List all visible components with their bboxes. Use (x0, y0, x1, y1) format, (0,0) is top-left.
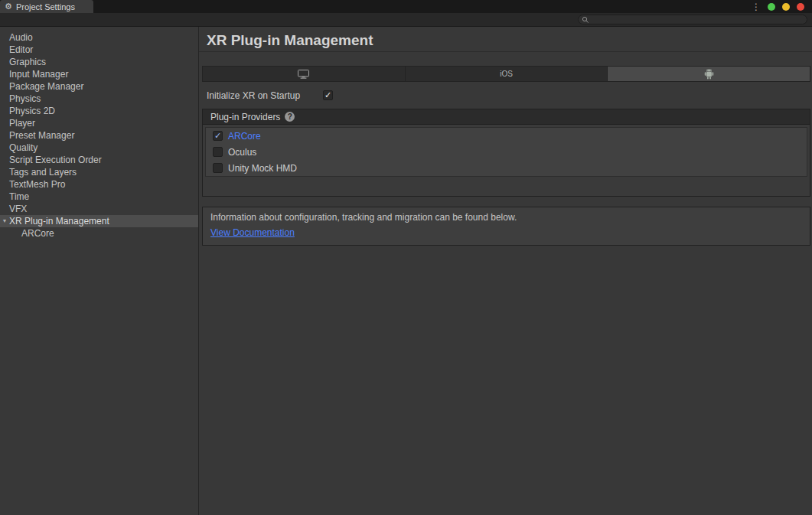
plug-in-providers-title: Plug-in Providers (210, 112, 280, 122)
window-control-yellow[interactable] (782, 3, 790, 11)
sidebar-item-label: Preset Manager (9, 130, 74, 141)
sidebar-item-graphics[interactable]: Graphics (0, 56, 198, 68)
page-title: XR Plug-in Management (207, 31, 804, 50)
plug-in-providers-box: Plug-in Providers ? ✓ ARCore ✓ Ocul (202, 109, 810, 197)
help-icon[interactable]: ? (285, 112, 295, 122)
search-icon (582, 16, 589, 24)
tab-desktop[interactable] (203, 67, 406, 81)
tab-ios-label: iOS (500, 70, 513, 78)
sidebar-item-label: Physics (9, 93, 41, 104)
unity-mock-hmd-checkbox[interactable]: ✓ (213, 163, 223, 173)
body: Audio Editor Graphics Input Manager Pack… (0, 27, 812, 515)
sidebar-item-label: ARCore (21, 228, 54, 239)
provider-label-oculus: Oculus (228, 147, 256, 158)
sidebar-item-time[interactable]: Time (0, 191, 198, 203)
toolbar (0, 13, 812, 27)
sidebar-item-quality[interactable]: Quality (0, 142, 198, 154)
expander-triangle-icon[interactable]: ▼ (1, 215, 8, 227)
sidebar-item-preset-manager[interactable]: Preset Manager (0, 129, 198, 142)
sidebar-item-package-manager[interactable]: Package Manager (0, 80, 198, 93)
sidebar-item-input-manager[interactable]: Input Manager (0, 68, 198, 80)
sidebar-item-label: Tags and Layers (9, 167, 77, 178)
initialize-xr-row: Initialize XR on Startup ✓ (207, 89, 812, 102)
window-tab-title: Project Settings (16, 2, 75, 11)
checkmark-icon: ✓ (324, 91, 331, 99)
sidebar-item-label: VFX (9, 204, 27, 214)
settings-sidebar: Audio Editor Graphics Input Manager Pack… (0, 27, 199, 515)
oculus-checkbox[interactable]: ✓ (213, 147, 223, 157)
provider-row-arcore[interactable]: ✓ ARCore (206, 128, 807, 144)
sidebar-item-label: Audio (9, 32, 33, 43)
sidebar-item-label: Player (9, 118, 35, 129)
sidebar-item-textmesh-pro[interactable]: TextMesh Pro (0, 178, 198, 191)
sidebar-item-label: Time (9, 191, 29, 202)
tab-android[interactable] (608, 67, 810, 81)
sidebar-item-editor[interactable]: Editor (0, 44, 198, 56)
sidebar-item-physics[interactable]: Physics (0, 93, 198, 105)
monitor-icon (298, 70, 309, 79)
window-controls: ⋮ (752, 0, 804, 13)
sidebar-item-label: Package Manager (9, 81, 83, 92)
content-header: XR Plug-in Management (199, 27, 812, 52)
sidebar-item-arcore[interactable]: ARCore (0, 227, 198, 240)
sidebar-item-vfx[interactable]: VFX (0, 203, 198, 215)
gear-icon: ⚙ (5, 2, 12, 11)
info-text: Information about configuration, trackin… (210, 212, 802, 223)
initialize-xr-label: Initialize XR on Startup (207, 90, 323, 101)
sidebar-item-label: Editor (9, 44, 33, 55)
provider-row-unity-mock-hmd[interactable]: ✓ Unity Mock HMD (206, 160, 807, 176)
tab-ios[interactable]: iOS (406, 67, 608, 81)
sidebar-item-label: Graphics (9, 57, 46, 67)
sidebar-item-xr-plug-in-management[interactable]: ▼ XR Plug-in Management (0, 215, 198, 227)
android-icon (704, 69, 714, 80)
provider-label-arcore: ARCore (228, 131, 261, 142)
provider-row-oculus[interactable]: ✓ Oculus (206, 144, 807, 160)
kebab-menu-icon[interactable]: ⋮ (752, 2, 761, 11)
sidebar-item-tags-and-layers[interactable]: Tags and Layers (0, 166, 198, 178)
sidebar-item-player[interactable]: Player (0, 117, 198, 129)
project-settings-window: ⚙ Project Settings ⋮ Audio Editor Graphi… (0, 0, 812, 515)
search-input[interactable] (592, 15, 802, 24)
info-box: Information about configuration, trackin… (202, 207, 810, 246)
view-documentation-link[interactable]: View Documentation (210, 227, 295, 238)
sidebar-item-script-execution-order[interactable]: Script Execution Order (0, 154, 198, 166)
sidebar-item-label: TextMesh Pro (9, 179, 65, 190)
sidebar-item-audio[interactable]: Audio (0, 31, 198, 44)
initialize-xr-checkbox[interactable]: ✓ (323, 90, 333, 100)
plug-in-providers-header: Plug-in Providers ? (203, 109, 810, 125)
sidebar-item-label: XR Plug-in Management (9, 216, 109, 227)
window-control-green[interactable] (768, 3, 775, 11)
window-tab-project-settings[interactable]: ⚙ Project Settings (0, 0, 93, 13)
platform-tab-bar: iOS (202, 66, 810, 82)
sidebar-item-label: Input Manager (9, 69, 68, 80)
settings-content: XR Plug-in Management iOS (199, 27, 812, 515)
sidebar-item-label: Script Execution Order (9, 155, 102, 165)
search-box[interactable] (578, 15, 807, 24)
window-control-red[interactable] (797, 3, 804, 11)
sidebar-item-physics-2d[interactable]: Physics 2D (0, 105, 198, 117)
checkmark-icon: ✓ (214, 132, 221, 140)
arcore-checkbox[interactable]: ✓ (213, 131, 223, 141)
title-bar: ⚙ Project Settings ⋮ (0, 0, 812, 13)
provider-label-unity-mock-hmd: Unity Mock HMD (228, 163, 297, 174)
sidebar-item-label: Physics 2D (9, 106, 55, 116)
sidebar-item-label: Quality (9, 142, 38, 153)
providers-list: ✓ ARCore ✓ Oculus ✓ Unity M (205, 127, 807, 177)
